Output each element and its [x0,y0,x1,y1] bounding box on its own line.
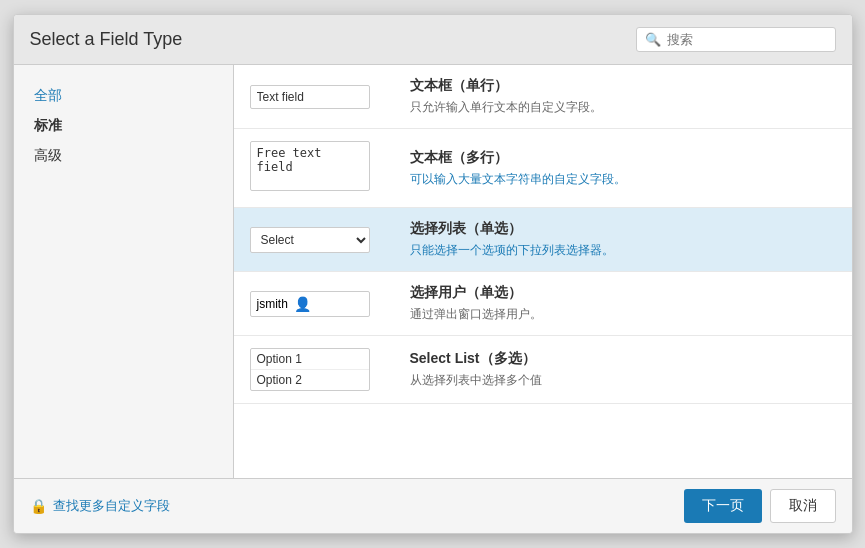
field-name-select: 选择列表（单选） [410,220,836,238]
field-desc-text: 只允许输入单行文本的自定义字段。 [410,99,836,116]
field-item-multi-select[interactable]: Option 1 Option 2 Select List（多选） 从选择列表中… [234,336,852,404]
listbox-preview: Option 1 Option 2 [250,348,370,391]
dialog-header: Select a Field Type 🔍 [14,15,852,65]
field-item-free-text[interactable]: Free text field 文本框（多行） 可以输入大量文本字符串的自定义字… [234,129,852,208]
user-preview: jsmith 👤 [250,291,370,317]
sidebar: 全部 标准 高级 [14,65,234,478]
field-preview-select: Select [250,227,390,253]
search-box[interactable]: 🔍 [636,27,836,52]
sidebar-item-standard[interactable]: 标准 [14,111,233,141]
listbox-item-1: Option 1 [251,349,369,370]
lock-icon: 🔒 [30,498,47,514]
field-desc-user: 通过弹出窗口选择用户。 [410,306,836,323]
search-icon: 🔍 [645,32,661,47]
text-input-preview [250,85,370,109]
select-field-type-dialog: Select a Field Type 🔍 全部 标准 高级 文本框（单行） 只… [13,14,853,534]
field-preview-user: jsmith 👤 [250,291,390,317]
field-info-user: 选择用户（单选） 通过弹出窗口选择用户。 [410,284,836,323]
cancel-button[interactable]: 取消 [770,489,836,523]
field-preview-text [250,85,390,109]
field-desc-select: 只能选择一个选项的下拉列表选择器。 [410,242,836,259]
field-preview-multi-select: Option 1 Option 2 [250,348,390,391]
field-name-user: 选择用户（单选） [410,284,836,302]
field-name-multi-select: Select List（多选） [410,350,836,368]
field-desc-free-text: 可以输入大量文本字符串的自定义字段。 [410,171,836,188]
dialog-footer: 🔒 查找更多自定义字段 下一页 取消 [14,478,852,533]
field-desc-multi-select: 从选择列表中选择多个值 [410,372,836,389]
next-button[interactable]: 下一页 [684,489,762,523]
field-info-select: 选择列表（单选） 只能选择一个选项的下拉列表选择器。 [410,220,836,259]
sidebar-item-all[interactable]: 全部 [14,81,233,111]
dialog-title: Select a Field Type [30,29,183,50]
find-more-link[interactable]: 🔒 查找更多自定义字段 [30,497,170,515]
content-area: 文本框（单行） 只允许输入单行文本的自定义字段。 Free text field… [234,65,852,478]
field-item-select[interactable]: Select 选择列表（单选） 只能选择一个选项的下拉列表选择器。 [234,208,852,272]
sidebar-item-advanced[interactable]: 高级 [14,141,233,171]
listbox-item-2: Option 2 [251,370,369,390]
field-name-free-text: 文本框（多行） [410,149,836,167]
find-more-label: 查找更多自定义字段 [53,497,170,515]
field-info-text: 文本框（单行） 只允许输入单行文本的自定义字段。 [410,77,836,116]
field-preview-free-text: Free text field [250,141,390,195]
footer-buttons: 下一页 取消 [684,489,836,523]
field-item-text[interactable]: 文本框（单行） 只允许输入单行文本的自定义字段。 [234,65,852,129]
textarea-preview: Free text field [250,141,370,191]
field-item-user[interactable]: jsmith 👤 选择用户（单选） 通过弹出窗口选择用户。 [234,272,852,336]
select-preview[interactable]: Select [250,227,370,253]
dialog-body: 全部 标准 高级 文本框（单行） 只允许输入单行文本的自定义字段。 Free t… [14,65,852,478]
user-icon: 👤 [294,296,311,312]
field-info-free-text: 文本框（多行） 可以输入大量文本字符串的自定义字段。 [410,149,836,188]
user-preview-text: jsmith [257,297,288,311]
field-info-multi-select: Select List（多选） 从选择列表中选择多个值 [410,350,836,389]
field-name-text: 文本框（单行） [410,77,836,95]
search-input[interactable] [667,32,827,47]
